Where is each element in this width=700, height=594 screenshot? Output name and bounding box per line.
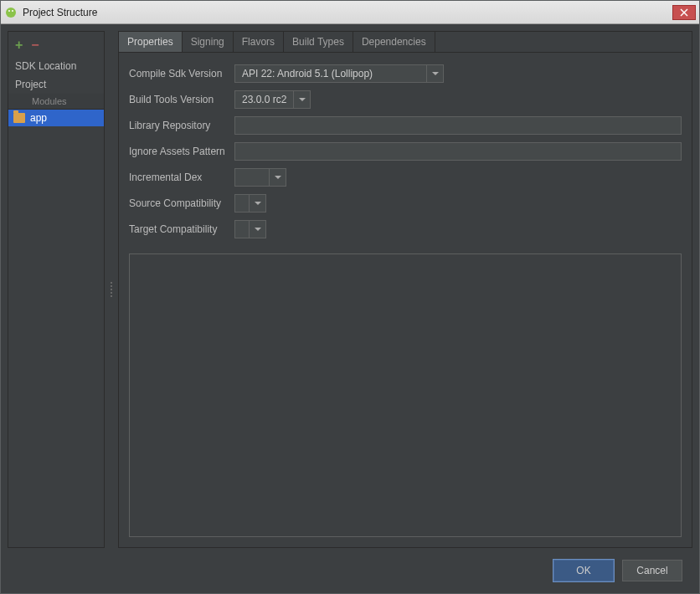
tab-signing[interactable]: Signing [183,32,234,52]
incremental-dex-dropdown[interactable] [234,168,286,187]
chevron-down-icon [275,176,281,179]
row-ignore-assets: Ignore Assets Pattern [129,142,682,161]
add-module-button[interactable]: + [15,38,23,52]
sidebar-item-sdk-location[interactable]: SDK Location [8,57,104,75]
ok-button[interactable]: OK [553,560,614,581]
splitter-grip[interactable] [110,31,113,548]
ignore-assets-input[interactable] [234,142,682,161]
tab-bar: Properties Signing Flavors Build Types D… [119,32,692,53]
compile-sdk-value: API 22: Android 5.1 (Lollipop) [235,68,426,79]
module-label: app [30,112,47,124]
row-source-compat: Source Compatibility [129,194,682,213]
android-studio-icon [4,6,18,19]
library-repo-input[interactable] [234,116,682,135]
build-tools-caret[interactable] [293,91,310,108]
cancel-button[interactable]: Cancel [622,560,682,581]
dialog-footer: OK Cancel [8,548,692,586]
compile-sdk-dropdown[interactable]: API 22: Android 5.1 (Lollipop) [234,64,444,83]
svg-point-0 [6,8,16,18]
label-build-tools: Build Tools Version [129,94,228,105]
row-compile-sdk: Compile Sdk Version API 22: Android 5.1 … [129,64,682,83]
row-incremental-dex: Incremental Dex [129,168,682,187]
chevron-down-icon [432,72,439,75]
project-structure-window: Project Structure + − SDK Location Proje… [0,0,700,594]
sidebar: + − SDK Location Project Modules app [8,31,105,548]
sidebar-section-modules: Modules [8,94,104,110]
label-source-compat: Source Compatibility [129,197,228,209]
main-area: + − SDK Location Project Modules app Pro… [8,31,692,548]
label-incremental-dex: Incremental Dex [129,172,228,183]
target-compat-caret[interactable] [249,221,265,238]
dialog-body: + − SDK Location Project Modules app Pro… [1,24,699,593]
window-title: Project Structure [23,7,671,18]
source-compat-dropdown[interactable] [234,194,266,213]
build-tools-dropdown[interactable]: 23.0.0 rc2 [234,90,311,109]
remove-module-button[interactable]: − [31,38,39,52]
module-folder-icon [13,113,25,123]
properties-form: Compile Sdk Version API 22: Android 5.1 … [119,53,692,247]
source-compat-caret[interactable] [249,195,265,212]
incremental-dex-caret[interactable] [269,169,286,186]
svg-point-1 [8,10,10,12]
chevron-down-icon [255,228,261,231]
content-panel: Properties Signing Flavors Build Types D… [118,31,692,548]
window-close-button[interactable] [672,5,696,20]
label-compile-sdk: Compile Sdk Version [129,68,228,79]
sidebar-toolbar: + − [8,35,104,57]
row-target-compat: Target Compatibility [129,220,682,238]
tab-properties[interactable]: Properties [119,32,183,52]
tab-build-types[interactable]: Build Types [284,32,353,52]
target-compat-dropdown[interactable] [234,220,266,238]
label-library-repo: Library Repository [129,120,228,131]
tab-flavors[interactable]: Flavors [234,32,284,52]
sidebar-item-project[interactable]: Project [8,75,104,94]
description-panel [129,253,682,537]
build-tools-value: 23.0.0 rc2 [235,94,293,105]
tab-dependencies[interactable]: Dependencies [353,32,435,52]
svg-point-2 [12,10,13,12]
chevron-down-icon [255,202,261,205]
compile-sdk-caret[interactable] [426,65,443,82]
label-ignore-assets: Ignore Assets Pattern [129,146,228,157]
sidebar-module-app[interactable]: app [8,110,104,126]
row-build-tools: Build Tools Version 23.0.0 rc2 [129,90,682,109]
label-target-compat: Target Compatibility [129,223,228,235]
row-library-repo: Library Repository [129,116,682,135]
titlebar: Project Structure [1,1,699,24]
chevron-down-icon [299,98,306,101]
